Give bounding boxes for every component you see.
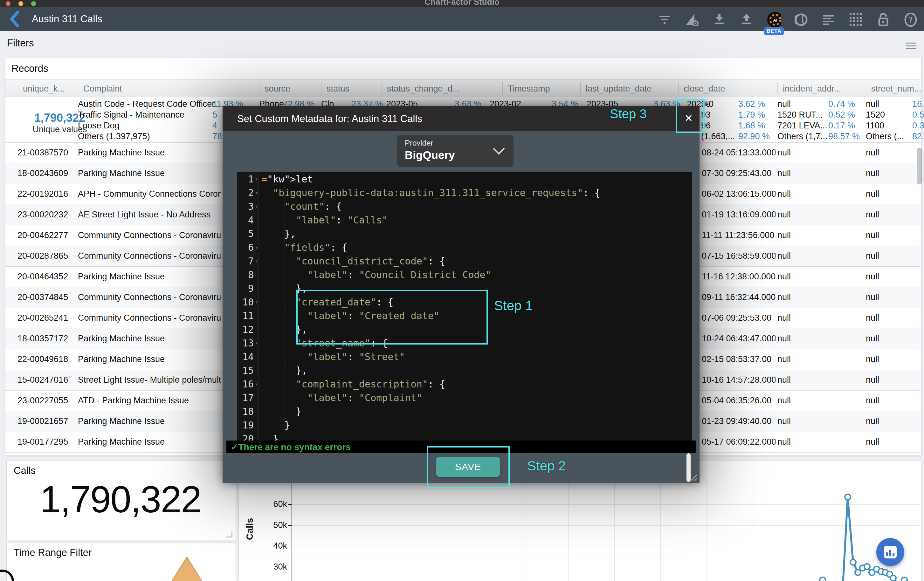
cell-unique-key: 20-00287865 — [18, 251, 75, 261]
filter-icon[interactable] — [658, 13, 672, 27]
editor-scrollbar[interactable] — [686, 453, 691, 482]
cell-unique-key: 20-00374845 — [18, 292, 75, 302]
column-header[interactable]: source — [264, 84, 290, 94]
cell-unique-key: 22-00049618 — [18, 354, 75, 364]
grid-icon[interactable] — [849, 13, 863, 27]
code-line[interactable]: 7▾ "council_district_code": { — [237, 254, 692, 268]
cell-incident-addr: null — [777, 396, 835, 406]
summary-incident-value: null — [777, 99, 791, 109]
cell-complaint: Community Connections - Coronavirus — [78, 251, 221, 261]
summary-street-pct: 0.5 — [912, 110, 924, 120]
step3-label: Step 3 — [610, 107, 647, 121]
page-title: Austin 311 Calls — [32, 13, 102, 25]
cell-complaint: ATD - Parking Machine Issue — [78, 396, 221, 406]
summary-street-pct: 16.4 — [912, 99, 924, 109]
cell-incident-addr: null — [777, 334, 835, 344]
summary-incident-pct: 0.17 % — [828, 121, 855, 131]
column-divider — [502, 82, 503, 94]
column-header[interactable]: Timestamp — [508, 84, 550, 94]
code-line[interactable]: 16▾ "complaint_description": { — [237, 377, 692, 391]
code-line[interactable]: 6▾ "fields": { — [237, 240, 692, 254]
code-line[interactable]: 19 } — [237, 418, 692, 432]
summary-complaint: Others (1,397,975) — [78, 132, 150, 142]
provider-dropdown[interactable]: Provider BigQuery — [397, 135, 513, 167]
code-line[interactable]: 20 } — [237, 432, 692, 441]
cell-street-num: null — [866, 272, 917, 281]
summary-incident-value: 7201 LEVA... — [777, 121, 827, 131]
cell-close-date: 07-30 09:25:43.00 — [702, 168, 776, 178]
cell-close-date: 07-15 16:58:59.000 — [702, 251, 776, 261]
app-toolbar: Austin 311 Calls AIBETA? — [0, 7, 924, 31]
back-button[interactable] — [9, 11, 20, 29]
resize-corner-icon[interactable] — [226, 532, 233, 537]
cell-incident-addr: null — [777, 272, 835, 281]
column-header[interactable]: street_num... — [871, 84, 921, 94]
summary-street-value: 1520 — [866, 110, 885, 120]
cell-complaint: Street Light Issue- Multiple poles/multi… — [78, 375, 221, 385]
column-header[interactable]: status — [327, 84, 350, 94]
code-line[interactable]: 1▾="kw">let _META_ = { — [237, 172, 692, 186]
cell-unique-key: 18-00243609 — [18, 168, 75, 178]
lock-icon[interactable] — [876, 13, 890, 27]
help-icon[interactable]: ? — [904, 13, 917, 27]
code-line[interactable]: 3▾ "count": { — [237, 199, 692, 213]
code-line[interactable]: 4 "label": "Calls" — [237, 213, 692, 227]
cell-close-date: 07-06 09:25:53.00 — [702, 313, 776, 323]
column-header[interactable]: unique_k... — [23, 84, 65, 94]
modal-title: Set Custom Metadata for: Austin 311 Call… — [237, 113, 422, 125]
cell-street-num: null — [866, 334, 917, 344]
cell-street-num: null — [866, 354, 917, 364]
menu-icon[interactable] — [906, 41, 916, 48]
cell-street-num: null — [866, 396, 917, 406]
cell-close-date: 11-11 11:23:56.000 — [702, 230, 776, 240]
cell-incident-addr: null — [777, 251, 835, 261]
summary-incident-value: 1520 RUT... — [777, 110, 823, 120]
summary-street-value: null — [866, 99, 879, 109]
code-line[interactable]: 2▾ "bigquery-public-data:austin_311.311_… — [237, 186, 692, 199]
cell-unique-key: 22-00192016 — [18, 189, 75, 199]
column-header[interactable]: status_change_d... — [387, 84, 459, 94]
cell-street-num: null — [866, 313, 917, 323]
column-divider — [259, 82, 259, 94]
ai-assistant-icon[interactable]: AIBETA — [767, 13, 781, 27]
cell-complaint: Community Connections - Coronavirus — [78, 230, 221, 240]
cell-close-date: 09-11 16:32:44.000 — [702, 292, 776, 302]
cell-unique-key: 21-00387570 — [18, 148, 75, 158]
code-line[interactable]: 8 "label": "Council District Code" — [237, 268, 692, 281]
chart-settings-icon[interactable] — [685, 13, 699, 27]
globe-icon[interactable] — [794, 13, 808, 27]
cell-close-date: 10-24 06:43:47.000 — [702, 334, 776, 344]
cell-unique-key: 23-00020232 — [18, 210, 75, 220]
column-header[interactable]: Complaint — [83, 84, 122, 94]
table-scrollbar[interactable] — [917, 148, 922, 184]
cell-incident-addr: null — [777, 313, 835, 323]
code-line[interactable]: 15 }, — [237, 364, 692, 377]
summary-complaint-pct: 4 — [213, 121, 217, 131]
column-header[interactable]: last_update_date — [586, 84, 652, 94]
summary-street-pct: 0.3 — [912, 121, 924, 131]
cell-street-num: null — [866, 230, 917, 240]
time-range-filter-card: Time Range Filter — [7, 542, 236, 581]
upload-icon[interactable] — [739, 13, 754, 27]
chart-type-fab-button[interactable] — [876, 538, 904, 566]
cell-complaint: Parking Machine Issue — [78, 334, 221, 344]
code-line[interactable]: 18 } — [237, 405, 692, 418]
list-icon[interactable] — [822, 13, 836, 27]
download-icon[interactable] — [712, 13, 726, 27]
column-header[interactable]: incident_addr... — [783, 84, 841, 94]
code-line[interactable]: 5 }, — [237, 227, 692, 240]
code-line[interactable]: 14 "label": "Street" — [237, 350, 692, 364]
cell-street-num: null — [866, 189, 917, 199]
column-divider — [78, 82, 78, 94]
time-range-spike-chart[interactable] — [159, 555, 223, 581]
cell-complaint: Community Connections - Coronavirus — [78, 313, 221, 323]
cell-incident-addr: null — [777, 168, 835, 178]
step2-label: Step 2 — [527, 458, 566, 474]
cell-unique-key: 18-00357172 — [18, 334, 75, 344]
column-divider — [678, 82, 678, 94]
summary-complaint: Traffic Signal - Maintenance — [78, 110, 185, 120]
column-header[interactable]: close_date — [684, 84, 725, 94]
cell-incident-addr: null — [777, 210, 835, 220]
code-line[interactable]: 17 "label": "Complaint" — [237, 391, 692, 405]
cell-unique-key: 15-00247016 — [18, 375, 75, 385]
